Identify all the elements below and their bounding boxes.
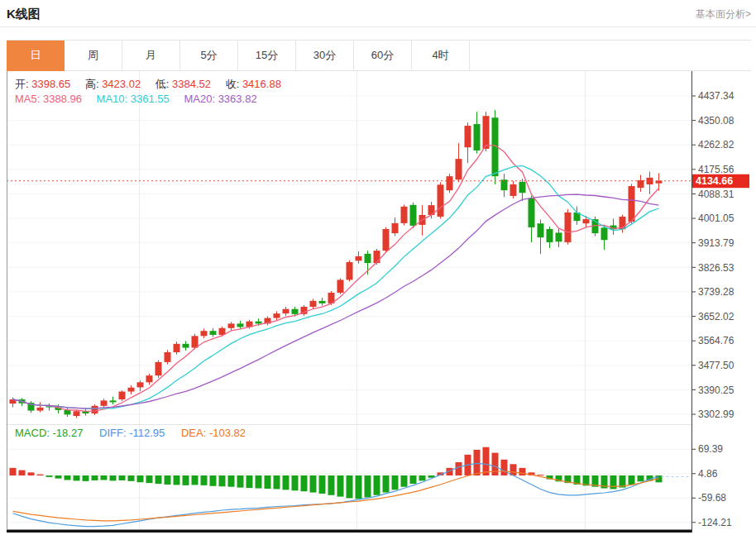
tab-周[interactable]: 周 <box>65 41 122 71</box>
macd-bar <box>46 475 53 477</box>
macd-bar <box>283 475 289 490</box>
candle <box>401 207 408 223</box>
macd-bar <box>347 475 353 498</box>
macd-bar <box>165 475 171 485</box>
macd-bar <box>110 475 117 480</box>
macd-bar <box>538 475 544 475</box>
candle <box>283 309 289 313</box>
macd-bar <box>319 475 326 494</box>
tab-5分[interactable]: 5分 <box>180 41 238 71</box>
macd-bar <box>401 475 408 487</box>
macd-bar <box>419 475 426 480</box>
chart-area: 4437.344350.084262.824175.564088.314001.… <box>7 71 751 533</box>
candle <box>347 262 353 279</box>
title-divider <box>0 26 756 27</box>
candle <box>565 213 572 242</box>
macd-bar <box>219 475 226 486</box>
candle <box>110 400 117 402</box>
candle <box>356 256 362 260</box>
macd-bar <box>137 475 144 482</box>
candle <box>510 184 517 196</box>
candle <box>365 254 371 263</box>
price-axis-label: 3564.76 <box>698 335 734 346</box>
price-axis-label: 3652.02 <box>698 311 734 322</box>
candle <box>292 309 299 314</box>
candle <box>192 336 199 347</box>
price-axis-label: 3390.25 <box>698 385 734 396</box>
macd-bar <box>183 475 189 485</box>
candle <box>583 219 590 223</box>
macd-bar <box>610 475 617 489</box>
price-axis-label: 4175.56 <box>698 164 734 175</box>
macd-bar <box>156 475 162 484</box>
candle <box>529 198 535 227</box>
tab-30分[interactable]: 30分 <box>296 41 354 71</box>
current-price-tag-label: 4134.66 <box>696 175 733 187</box>
price-axis-label: 3739.28 <box>698 286 734 298</box>
macd-bar <box>392 475 399 490</box>
diff-line <box>13 463 659 526</box>
candle <box>519 182 526 193</box>
candle <box>383 229 390 251</box>
bottom-axis <box>7 530 692 533</box>
macd-bar <box>201 475 208 485</box>
candle <box>174 344 180 352</box>
tab-月[interactable]: 月 <box>122 41 180 71</box>
tab-60分[interactable]: 60分 <box>354 41 412 71</box>
price-axis-label: 4350.08 <box>698 115 734 127</box>
candle <box>101 400 108 405</box>
macd-axis-label: -59.68 <box>698 492 726 504</box>
candle <box>65 410 71 414</box>
candle <box>237 323 244 327</box>
tab-15分[interactable]: 15分 <box>238 41 296 71</box>
fundamental-analysis-link[interactable]: 基本面分析> <box>696 7 751 21</box>
chart-box: 日周月5分15分30分60分4时 4437.344350.084262.8241… <box>7 40 751 533</box>
macd-bar <box>519 468 526 475</box>
macd-bar <box>146 475 153 483</box>
macd-bar <box>256 475 262 489</box>
macd-bar <box>492 453 499 475</box>
macd-bar <box>10 468 17 475</box>
tab-filler <box>470 41 751 71</box>
candle <box>538 223 544 237</box>
macd-bar <box>483 447 490 475</box>
macd-bar <box>228 475 235 487</box>
ma20-line <box>13 194 659 408</box>
ma5-line <box>13 146 659 412</box>
candle <box>337 279 344 293</box>
macd-bar <box>456 462 462 475</box>
macd-bar <box>410 475 417 484</box>
candle <box>374 251 380 263</box>
candle <box>210 331 217 335</box>
macd-axis-label: 69.39 <box>698 443 723 455</box>
ma10-line <box>13 165 659 408</box>
macd-bar <box>237 475 244 488</box>
candle <box>183 344 189 348</box>
macd-bar <box>310 475 317 493</box>
tab-日[interactable]: 日 <box>7 41 65 71</box>
candle <box>483 116 490 149</box>
candle <box>119 392 126 400</box>
tab-4时[interactable]: 4时 <box>412 41 470 71</box>
macd-bar <box>210 475 217 486</box>
macd-bar <box>37 475 44 475</box>
price-axis-label: 3826.53 <box>698 262 734 274</box>
candle <box>274 313 280 318</box>
candle <box>392 223 399 233</box>
macd-axis-label: 4.86 <box>698 468 718 480</box>
candle <box>256 322 262 324</box>
macd-bar <box>328 475 335 495</box>
macd-bar <box>74 475 80 480</box>
candle <box>547 229 553 242</box>
price-axis-label: 3913.79 <box>698 237 734 249</box>
candle <box>456 159 462 179</box>
macd-bar <box>92 475 98 480</box>
candle <box>474 124 481 150</box>
candle <box>146 375 153 382</box>
macd-bar <box>383 475 390 493</box>
tab-bar: 日周月5分15分30分60分4时 <box>7 40 751 71</box>
titlebar: K线图 基本面分析> <box>0 0 756 26</box>
macd-bar <box>83 475 89 481</box>
macd-bar <box>101 475 108 480</box>
candle <box>228 323 235 327</box>
